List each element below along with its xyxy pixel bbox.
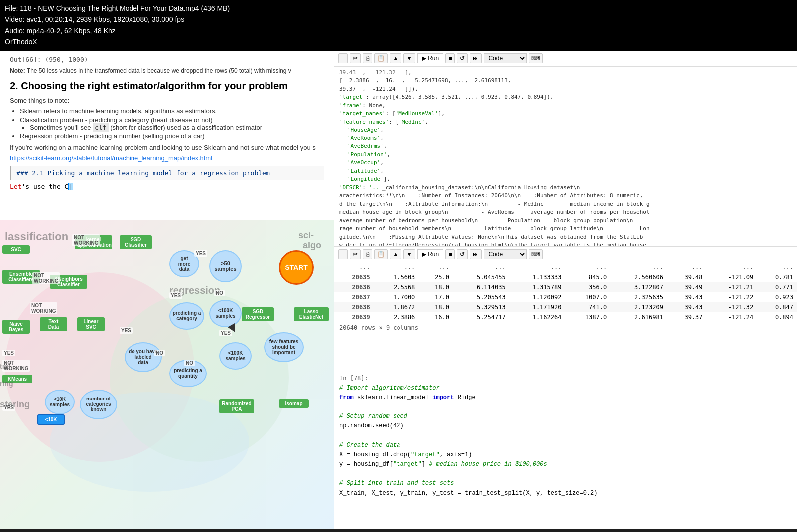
toolbar-btn-down-bottom[interactable]: ▼ xyxy=(403,249,415,259)
no-label-1: NO xyxy=(214,290,225,296)
out66-label: Out[66]: (950, 1000) xyxy=(10,56,324,63)
table-row: 20639 2.3886 16.0 5.254717 1.162264 1387… xyxy=(334,312,797,322)
data-line-13: 'Longitude'], xyxy=(339,175,792,184)
yes-label-3: YES xyxy=(120,327,133,334)
data-line-15: aracteristics:**\n\n :Number of Instance… xyxy=(339,192,792,200)
code-cell-comment: ### 2.1 Picking a machine learning model… xyxy=(10,166,324,180)
code-line-comment4: # Split into train and test sets xyxy=(339,479,792,488)
col-7: ... xyxy=(667,262,707,272)
data-line-11: 'AveOccup', xyxy=(339,159,792,167)
code-line-comment1: # Import algorithm/estimator xyxy=(339,384,792,393)
toolbar-btn-copy[interactable]: ⎘ xyxy=(363,53,372,63)
cell-20635-1: 1.5603 xyxy=(374,272,419,282)
cell-type-select-top[interactable]: Code Markdown xyxy=(484,53,527,63)
col-5: ... xyxy=(565,262,611,272)
no-label-2: NO xyxy=(154,350,165,356)
data-line-19: rage number of household members\n - Lat… xyxy=(339,225,792,233)
table-row: 20638 1.8672 18.0 5.329513 1.171920 741.… xyxy=(334,302,797,312)
box-randomized-pca: RandomizedPCA xyxy=(219,399,254,413)
toolbar-btn-down[interactable]: ▼ xyxy=(403,53,415,63)
run-button-top[interactable]: ▶ Run xyxy=(417,53,443,63)
stering-label: stering xyxy=(0,399,30,410)
link-container[interactable]: https://scikit-learn.org/stable/tutorial… xyxy=(10,153,324,162)
row-idx-20635: 20635 xyxy=(334,272,374,282)
col-index: ... xyxy=(334,262,374,272)
code-line-import: from sklearn.linear_model import Ridge xyxy=(339,393,792,402)
table-row: 20635 1.5603 25.0 5.045455 1.133333 845.… xyxy=(334,272,797,282)
cell-20635-2: 25.0 xyxy=(419,272,453,282)
toolbar-btn-1[interactable]: + xyxy=(338,53,348,63)
data-output-section: 39.43 , -121.32 ], [ 2.3886 , 16. , 5.25… xyxy=(334,67,797,246)
notebook-text-section: Out[66]: (950, 1000) Note: The 50 less v… xyxy=(0,51,334,220)
data-line-21: w.dcc.fc.up.pt/~ltorgo/Regression/cal_ho… xyxy=(339,241,792,246)
sub-bullet-list: Sometimes you'll see clf (short for clas… xyxy=(30,124,324,131)
code-section: In [78]: # Import algorithm/estimator fr… xyxy=(334,372,797,529)
data-line-18: average number of bedrooms per household… xyxy=(339,217,792,225)
toolbar-btn-copy-bottom[interactable]: ⎘ xyxy=(363,249,372,259)
toolbar-stop-top[interactable]: ■ xyxy=(445,53,455,63)
section-heading: 2. Choosing the right estimator/algorith… xyxy=(10,80,324,92)
code-line-blank2 xyxy=(339,431,792,441)
toolbar-keyboard-top[interactable]: ⌨ xyxy=(529,53,543,63)
cell-20635-5: 845.0 xyxy=(565,272,611,282)
top-bar: File: 118 - NEW Choosing The Right Model… xyxy=(0,0,797,51)
video-info-line2: Video: avc1, 00:20:14, 2939 Kbps, 1920x1… xyxy=(5,14,792,25)
col-9: ... xyxy=(757,262,797,272)
col-4: ... xyxy=(510,262,566,272)
data-line-17: median house age in block group\n - AveR… xyxy=(339,208,792,217)
col-2: ... xyxy=(419,262,453,272)
code-line-split: X_train, X_test, y_train, y_test = train… xyxy=(339,489,792,498)
cell-type-select-bottom[interactable]: Code Markdown xyxy=(484,249,527,259)
toolbar-btn-up-bottom[interactable]: ▲ xyxy=(390,249,401,259)
data-line-10: 'Population', xyxy=(339,151,792,159)
code-line-comment2: # Setup random seed xyxy=(339,412,792,421)
right-panel: + ✂ ⎘ 📋 ▲ ▼ ▶ Run ■ ↺ ⏭ Code Markdown ⌨ … xyxy=(334,51,797,529)
toolbar-skip-top[interactable]: ⏭ xyxy=(470,53,482,63)
toolbar-refresh-top[interactable]: ↺ xyxy=(457,53,468,63)
cell-in-label: In [78]: xyxy=(339,375,792,382)
sklearn-link[interactable]: https://scikit-learn.org/stable/tutorial… xyxy=(10,154,212,162)
sklearn-map-area: lassification sci- algo regression START… xyxy=(0,220,334,529)
box-sgd-classifier: SGDClassifier xyxy=(120,235,152,249)
toolbar-refresh-bottom[interactable]: ↺ xyxy=(457,249,468,259)
data-line-2: 39.37 , -121.24 ]]), xyxy=(339,85,792,94)
circle-50samples: >50samples xyxy=(209,250,242,282)
left-panel: Out[66]: (950, 1000) Note: The 50 less v… xyxy=(0,51,334,529)
toolbar-btn-scissors[interactable]: ✂ xyxy=(350,53,361,63)
box-linearsvc: LinearSVC xyxy=(77,317,105,331)
box-naivebayes: NaiveBayes xyxy=(2,320,30,334)
toolbar-btn-paste-bottom[interactable]: 📋 xyxy=(374,249,388,259)
author-line4: OrThodoX xyxy=(5,36,792,47)
col-6: ... xyxy=(611,262,667,272)
toolbar-btn-up[interactable]: ▲ xyxy=(390,53,401,63)
box-svc: SVC xyxy=(2,245,30,254)
cell-20635-6: 2.560606 xyxy=(611,272,667,282)
rows-cols-text: 20640 rows × 9 columns xyxy=(334,322,797,333)
main-content: Out[66]: (950, 1000) Note: The 50 less v… xyxy=(0,51,797,529)
no-label-3: NO xyxy=(184,360,195,366)
dataframe-table: ... ... ... ... ... ... ... ... ... ... xyxy=(334,262,797,322)
sub-bullet-item: Sometimes you'll see clf (short for clas… xyxy=(30,124,324,131)
box-sgd-regressor: SGDRegressor xyxy=(242,307,274,321)
data-line-14: 'DESCR': '.. _california_housing_dataset… xyxy=(339,184,792,192)
let-text: Let's use the C| xyxy=(10,183,324,190)
data-line-0: 39.43 , -121.32 ], xyxy=(339,69,792,77)
yes-label-5: YES xyxy=(2,350,15,356)
algo-label: algo xyxy=(303,240,321,251)
box-isomap: Isomap xyxy=(279,399,309,408)
toolbar-btn-scissors-bottom[interactable]: ✂ xyxy=(350,249,361,259)
col-8: ... xyxy=(707,262,758,272)
circle-100k-1: <100Ksamples xyxy=(209,300,242,327)
toolbar-keyboard-bottom[interactable]: ⌨ xyxy=(529,249,543,259)
run-button-bottom[interactable]: ▶ Run xyxy=(417,249,443,259)
toolbar-btn-paste[interactable]: 📋 xyxy=(374,53,388,63)
circle-numcat: number ofcategoriesknown xyxy=(80,390,117,419)
toolbar-stop-bottom[interactable]: ■ xyxy=(445,249,455,259)
box-textdata: TextData xyxy=(40,317,67,331)
toolbar-btn-add-bottom[interactable]: + xyxy=(338,249,348,259)
data-line-1: [ 2.3886 , 16. , 5.25471698, ..., 2.6169… xyxy=(339,77,792,85)
code-line-comment3: # Create the data xyxy=(339,441,792,450)
data-line-6: 'feature_names': ['MedInc', xyxy=(339,118,792,127)
toolbar-skip-bottom[interactable]: ⏭ xyxy=(470,249,482,259)
yes-label-1: YES xyxy=(194,250,207,257)
